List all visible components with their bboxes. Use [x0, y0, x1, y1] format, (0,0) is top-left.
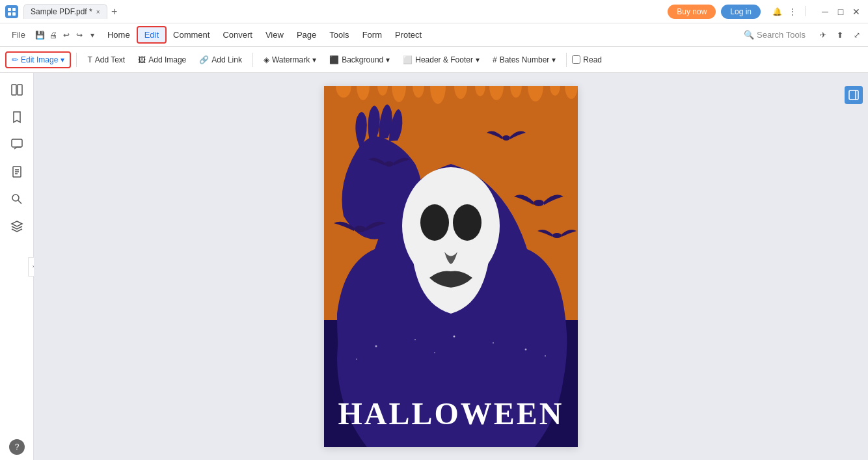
separator-3: [566, 53, 567, 67]
sidebar-icon-panels[interactable]: [5, 78, 29, 101]
redo-icon[interactable]: ↪: [74, 29, 85, 41]
header-footer-button[interactable]: ⬜ Header & Footer ▾: [398, 53, 485, 67]
buy-now-button[interactable]: Buy now: [668, 5, 716, 19]
sidebar-icon-bookmark[interactable]: [5, 105, 29, 129]
background-label: Background: [342, 55, 383, 64]
active-tab[interactable]: Sample PDF.pdf * ×: [23, 4, 107, 19]
titlebar: Sample PDF.pdf * × + Buy now Log in 🔔 ⋮ …: [0, 0, 868, 23]
svg-point-31: [453, 204, 481, 241]
left-sidebar: › ?: [0, 73, 34, 460]
send-icon[interactable]: ✈: [817, 29, 829, 41]
menu-form[interactable]: Form: [356, 27, 388, 42]
bates-number-label: Bates Number: [500, 55, 550, 64]
search-icon: 🔍: [744, 30, 754, 40]
sidebar-icon-search[interactable]: [5, 187, 29, 211]
edit-image-icon: ✏: [12, 55, 18, 64]
add-text-button[interactable]: T Add Text: [82, 53, 130, 67]
save-icon[interactable]: 💾: [34, 29, 46, 41]
search-tools-label: Search Tools: [757, 30, 806, 40]
close-button[interactable]: ✕: [850, 5, 863, 18]
read-checkbox[interactable]: Read: [572, 55, 602, 64]
menubar: File 💾 🖨 ↩ ↪ ▾ Home Edit Comment Convert…: [0, 23, 868, 47]
fullscreen-icon[interactable]: ⤢: [851, 29, 863, 41]
svg-point-30: [420, 204, 449, 241]
add-link-icon: 🔗: [199, 55, 209, 64]
read-checkbox-input[interactable]: [572, 55, 580, 64]
svg-point-34: [385, 161, 394, 167]
menu-convert[interactable]: Convert: [216, 27, 259, 42]
menu-page[interactable]: Page: [290, 27, 323, 42]
background-icon: ⬛: [329, 55, 339, 64]
login-button[interactable]: Log in: [721, 5, 761, 19]
tab-area: Sample PDF.pdf * × +: [23, 4, 668, 19]
main-content: HALLOWEEN: [34, 73, 868, 460]
tab-label: Sample PDF.pdf *: [31, 7, 92, 16]
watermark-label: Watermark: [272, 55, 310, 64]
svg-point-11: [12, 195, 19, 201]
dropdown-icon[interactable]: ▾: [87, 29, 98, 41]
svg-point-35: [354, 226, 366, 232]
menu-tools[interactable]: Tools: [323, 27, 355, 42]
svg-point-38: [414, 339, 416, 340]
watermark-icon: ◈: [264, 55, 269, 64]
titlebar-right: Buy now Log in 🔔 ⋮ ─ □ ✕: [668, 5, 863, 19]
edit-toolbar: ✏ Edit Image ▾ T Add Text 🖼 Add Image 🔗 …: [0, 47, 868, 73]
bates-number-icon: #: [493, 55, 497, 64]
add-image-button[interactable]: 🖼 Add Image: [133, 53, 191, 67]
right-panel-icon: [848, 90, 859, 100]
bates-number-button[interactable]: # Bates Number ▾: [487, 53, 561, 67]
sidebar-icon-comment[interactable]: [5, 133, 29, 156]
sidebar-icon-pages[interactable]: [5, 160, 29, 183]
svg-rect-5: [18, 85, 22, 95]
svg-rect-4: [12, 85, 16, 95]
svg-rect-6: [12, 139, 22, 147]
svg-rect-2: [8, 12, 11, 16]
svg-text:HALLOWEEN: HALLOWEEN: [338, 396, 563, 431]
header-footer-dropdown-icon: ▾: [476, 55, 480, 64]
separator: [805, 6, 806, 16]
notification-icon[interactable]: 🔔: [771, 6, 783, 18]
new-tab-button[interactable]: +: [107, 5, 122, 19]
add-image-icon: 🖼: [138, 55, 146, 64]
svg-point-43: [545, 355, 546, 357]
watermark-button[interactable]: ◈ Watermark ▾: [258, 53, 321, 67]
menu-edit[interactable]: Edit: [137, 26, 167, 44]
quick-toolbar: 💾 🖨 ↩ ↪ ▾: [34, 29, 98, 41]
right-panel-button[interactable]: [845, 86, 863, 104]
header-footer-icon: ⬜: [403, 55, 413, 64]
search-tools-button[interactable]: 🔍 Search Tools: [737, 27, 812, 42]
window-controls: ─ □ ✕: [819, 5, 863, 18]
add-link-button[interactable]: 🔗 Add Link: [194, 53, 247, 67]
background-button[interactable]: ⬛ Background ▾: [324, 53, 395, 67]
menubar-right: 🔍 Search Tools ✈ ⬆ ⤢: [737, 27, 863, 42]
svg-rect-1: [12, 8, 16, 11]
separator-2: [252, 53, 253, 67]
sidebar-icon-layers[interactable]: [5, 215, 29, 238]
maximize-button[interactable]: □: [834, 5, 847, 18]
svg-point-44: [434, 352, 435, 353]
edit-image-button[interactable]: ✏ Edit Image ▾: [5, 51, 71, 68]
add-text-label: Add Text: [95, 55, 125, 64]
print-icon[interactable]: 🖨: [47, 29, 59, 41]
undo-icon[interactable]: ↩: [61, 29, 72, 41]
menu-protect[interactable]: Protect: [388, 27, 428, 42]
bates-dropdown-icon: ▾: [552, 55, 556, 64]
menu-home[interactable]: Home: [101, 27, 137, 42]
background-dropdown-icon: ▾: [386, 55, 390, 64]
upload-icon[interactable]: ⬆: [834, 29, 846, 41]
svg-rect-3: [12, 12, 16, 16]
halloween-image: HALLOWEEN: [324, 86, 578, 447]
tab-close-button[interactable]: ×: [96, 8, 100, 16]
svg-point-42: [356, 359, 357, 360]
minimize-button[interactable]: ─: [819, 5, 832, 18]
menu-comment[interactable]: Comment: [167, 27, 216, 42]
more-options-icon[interactable]: ⋮: [787, 6, 798, 18]
svg-point-37: [375, 345, 377, 347]
svg-point-41: [525, 349, 527, 351]
titlebar-action-icons: 🔔 ⋮: [771, 6, 808, 18]
add-link-label: Add Link: [211, 55, 242, 64]
menu-file[interactable]: File: [5, 27, 32, 42]
svg-point-40: [493, 342, 494, 344]
help-button[interactable]: ?: [9, 439, 25, 455]
menu-view[interactable]: View: [259, 27, 290, 42]
